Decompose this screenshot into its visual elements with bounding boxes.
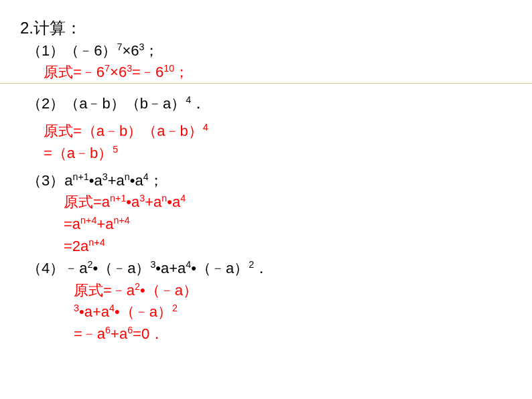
q3-exp3: n	[125, 171, 130, 181]
problem-title: 2.计算：	[20, 17, 512, 39]
spacer	[20, 84, 512, 94]
q2-text: （2）（a﹣b）（b﹣a）	[27, 95, 186, 112]
q2-end: ．	[191, 95, 206, 112]
a3l3-prefix: =2a	[64, 238, 88, 254]
a3l1-exp4: 4	[180, 193, 186, 204]
a2l2-exp: 5	[113, 143, 118, 154]
q3-exp1: n+1	[72, 171, 88, 181]
q1-text: （1）（﹣6）	[27, 42, 117, 59]
q4-prefix: （4）﹣a	[27, 260, 87, 276]
a4l1-prefix: 原式=﹣a	[74, 282, 135, 299]
a1-mid: ×6	[110, 64, 127, 80]
problem-4-answer-line2: 3•a+a4•（﹣a）2	[20, 302, 512, 323]
a3l1-exp1: n+1	[110, 193, 126, 204]
problem-4-question: （4）﹣a2•（﹣a）3•a+a4•（﹣a）2．	[20, 258, 512, 279]
a4l3-mid: +a	[111, 325, 127, 342]
a4l3-exp2: 6	[127, 325, 133, 335]
a4l2-mid2: •（﹣a）	[115, 303, 172, 320]
q4-mid2: •a+a	[155, 260, 186, 276]
a4l2-mid1: •a+a	[79, 303, 109, 320]
problem-3-answer-line1: 原式=an+1•a3+an•a4	[20, 192, 512, 213]
problem-3-question: （3）an+1•a3+an•a4；	[20, 171, 512, 191]
q4-mid1: •（﹣a）	[92, 260, 150, 276]
a4l2-exp1: 3	[74, 303, 79, 313]
q4-end: ．	[254, 260, 269, 276]
a3l1-mid3: •a	[167, 193, 180, 210]
a1-exp3: 10	[163, 63, 174, 74]
q1-end: ；	[144, 42, 159, 59]
a4l1-mid1: •（﹣a）	[140, 282, 198, 299]
a1-mid2: =﹣6	[132, 64, 163, 80]
problem-4-answer-line3: =﹣a6+a6=0．	[20, 324, 512, 345]
a4l3-end: =0．	[133, 325, 164, 342]
q3-mid1: •a	[89, 172, 103, 189]
a2l1-prefix: 原式=（a﹣b）（a﹣b）	[44, 123, 203, 139]
a4l2-exp3: 2	[172, 303, 178, 313]
q4-mid3: •（﹣a）	[191, 260, 249, 276]
q3-exp2: 3	[103, 171, 108, 181]
a3l2-exp1: n+4	[80, 215, 96, 226]
a1-end: ；	[174, 64, 189, 80]
q3-prefix: （3）a	[27, 172, 72, 189]
q4-exp4: 2	[249, 258, 254, 269]
q2-exp1: 4	[186, 94, 191, 105]
problem-2-question: （2）（a﹣b）（b﹣a）4．	[20, 94, 512, 114]
a1-exp1: 7	[105, 63, 110, 74]
spacer	[20, 116, 512, 121]
problem-2-answer-line1: 原式=（a﹣b）（a﹣b）4	[20, 121, 512, 142]
a2l1-exp: 4	[203, 122, 208, 133]
a4l3-exp1: 6	[105, 325, 111, 335]
a1-exp2: 3	[127, 63, 132, 74]
a3l1-mid1: •a	[126, 193, 139, 210]
problem-3-answer-line3: =2an+4	[20, 236, 512, 257]
q3-mid2: +a	[108, 172, 125, 189]
a3l2-prefix: =a	[64, 216, 80, 232]
a3l1-mid2: +a	[145, 193, 161, 210]
q3-exp4: 4	[143, 171, 149, 181]
spacer	[20, 165, 512, 171]
problem-2-answer-line2: =（a﹣b）5	[20, 143, 512, 164]
a4l3-prefix: =﹣a	[74, 325, 105, 342]
a4l2-exp2: 4	[109, 303, 115, 313]
q3-mid3: •a	[130, 172, 143, 189]
problem-4-answer-line1: 原式=﹣a2•（﹣a）	[20, 281, 512, 301]
a4l1-exp1: 2	[135, 281, 140, 291]
a3l3-exp: n+4	[88, 237, 105, 248]
horizontal-divider	[0, 83, 532, 84]
a2l2-prefix: =（a﹣b）	[44, 145, 113, 161]
a1-prefix: 原式=﹣6	[44, 64, 105, 80]
problem-1-answer: 原式=﹣67×63=﹣610；	[20, 62, 512, 83]
problem-1-question: （1）（﹣6）7×63；	[20, 41, 512, 62]
a3l1-prefix: 原式=a	[64, 193, 110, 210]
problem-3-answer-line2: =an+4+an+4	[20, 214, 512, 235]
a3l2-mid: +a	[96, 216, 113, 232]
a3l2-exp2: n+4	[113, 215, 129, 226]
q1-mid1: ×6	[122, 42, 139, 59]
q3-end: ；	[149, 172, 163, 189]
